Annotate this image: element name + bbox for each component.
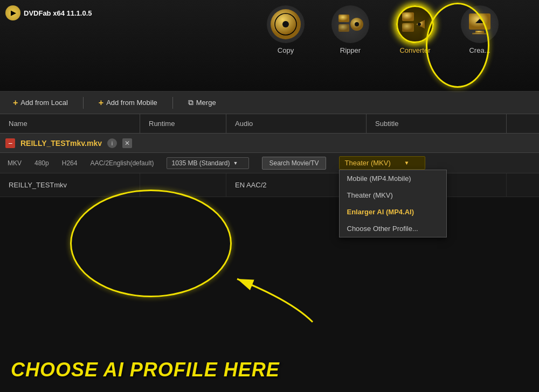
resolution-tag: 480p (34, 159, 49, 167)
annotation-text: CHOOSE AI PROFILE HERE (11, 359, 280, 381)
svg-rect-3 (338, 15, 349, 22)
add-mobile-plus-icon: + (99, 98, 103, 108)
svg-rect-12 (475, 31, 484, 33)
search-movie-label: Search Movie/TV (269, 159, 319, 167)
profile-option-enlarger[interactable]: Enlarger AI (MP4.AI) (340, 204, 446, 220)
converter-icon (399, 8, 431, 40)
storage-arrow-icon: ▼ (233, 160, 238, 166)
file-header: − REILLY_TESTmkv.mkv i ✕ (0, 134, 539, 153)
dvdfab-logo-icon: ▶ (5, 5, 20, 20)
add-local-button[interactable]: + Add from Local (9, 96, 72, 110)
svg-point-10 (418, 23, 421, 26)
file-close-button[interactable]: ✕ (122, 138, 132, 148)
file-collapse-button[interactable]: − (5, 138, 15, 148)
svg-point-6 (355, 22, 359, 26)
file-info-button[interactable]: i (107, 138, 117, 148)
toolbar-separator-1 (83, 97, 84, 109)
col-header-runtime: Runtime (140, 114, 226, 133)
profile-dropdown-menu: Mobile (MP4.Mobile) Theater (MKV) Enlarg… (339, 170, 447, 237)
svg-rect-7 (402, 12, 414, 21)
nav-item-copy[interactable]: Copy (253, 5, 318, 57)
copy-icon (270, 8, 302, 40)
ripper-icon (334, 8, 367, 40)
nav-creator-label: Crea... (469, 46, 490, 54)
search-movie-button[interactable]: Search Movie/TV (262, 157, 326, 170)
copy-icon-circle (267, 5, 305, 43)
profile-option-other[interactable]: Choose Other Profile... (340, 220, 446, 237)
audio-codec-tag: AAC/2English(default) (90, 159, 154, 167)
bottom-annotation: CHOOSE AI PROFILE HERE (11, 359, 280, 381)
file-section: − REILLY_TESTmkv.mkv i ✕ MKV 480p H264 A… (0, 134, 539, 197)
profile-current-value: Theater (MKV) (345, 159, 391, 167)
merge-button[interactable]: ⧉ Merge (184, 96, 220, 109)
cell-filename: REILLY_TESTmkv (0, 173, 140, 197)
storage-dropdown[interactable]: 1035 MB (Standard) ▼ (167, 157, 249, 169)
nav-copy-label: Copy (278, 46, 294, 54)
svg-point-2 (282, 21, 289, 27)
toolbar: + Add from Local + Add from Mobile ⧉ Mer… (0, 92, 539, 114)
dropdown-highlight-circle (70, 190, 232, 297)
app-title: DVDFab x64 11.1.0.5 (24, 9, 92, 17)
format-tag: MKV (8, 159, 22, 167)
col-header-name: Name (0, 114, 140, 133)
profile-select-trigger[interactable]: Theater (MKV) ▼ (339, 156, 425, 170)
col-header-audio: Audio (226, 114, 367, 133)
nav-converter-label: Converter (399, 46, 430, 54)
svg-rect-13 (472, 33, 487, 34)
creator-icon-circle (461, 5, 499, 43)
app-logo: ▶ DVDFab x64 11.1.0.5 (5, 5, 92, 20)
converter-icon-circle (396, 5, 434, 43)
ripper-icon-circle (331, 5, 369, 43)
col-header-subtitle: Subtitle (367, 114, 507, 133)
file-title: REILLY_TESTmkv.mkv (20, 139, 102, 148)
add-mobile-button[interactable]: + Add from Mobile (94, 96, 162, 110)
nav-item-ripper[interactable]: Ripper (318, 5, 383, 57)
annotation-arrow (194, 268, 329, 333)
profile-option-theater[interactable]: Theater (MKV) (340, 187, 446, 204)
profile-dropdown[interactable]: Theater (MKV) ▼ Mobile (MP4.Mobile) Thea… (339, 156, 425, 170)
codec-tag: H264 (62, 159, 78, 167)
top-bar: ▶ DVDFab x64 11.1.0.5 Copy (0, 0, 539, 92)
nav-icons: Copy Ripper (253, 5, 512, 57)
svg-rect-8 (402, 23, 414, 32)
settings-row: MKV 480p H264 AAC/2English(default) 1035… (0, 153, 539, 173)
file-content-row: REILLY_TESTmkv EN AAC/2 None (0, 173, 539, 197)
column-headers: Name Runtime Audio Subtitle (0, 114, 539, 134)
profile-option-mobile[interactable]: Mobile (MP4.Mobile) (340, 170, 446, 187)
merge-icon: ⧉ (188, 98, 194, 107)
nav-item-creator[interactable]: Crea... (447, 5, 512, 57)
toolbar-separator-2 (172, 97, 173, 109)
creator-icon (464, 8, 496, 40)
storage-value: 1035 MB (Standard) (171, 159, 230, 167)
svg-rect-4 (338, 24, 349, 32)
nav-ripper-label: Ripper (340, 46, 361, 54)
add-local-plus-icon: + (13, 98, 18, 108)
nav-item-converter[interactable]: Converter (383, 5, 447, 57)
cell-runtime (140, 173, 226, 197)
profile-arrow-icon: ▼ (404, 160, 410, 166)
